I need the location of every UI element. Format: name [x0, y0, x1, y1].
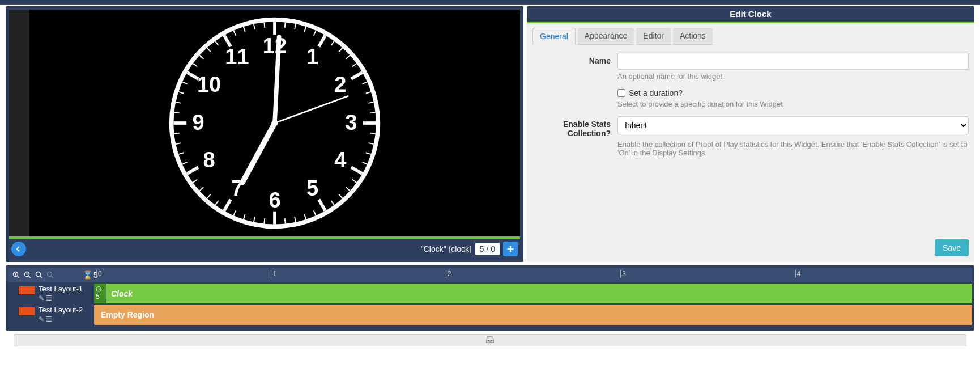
svg-text:3: 3 [345, 111, 357, 134]
duration-help: Select to provide a specific duration fo… [617, 100, 969, 108]
preview-toolbar: "Clock" (clock) 5 / 0 [9, 239, 520, 259]
timeline-segment-clock[interactable]: Clock [106, 284, 972, 303]
hourglass-icon: ⌛ [83, 270, 92, 280]
region-name: Test Layout-2 [39, 306, 92, 314]
svg-text:6: 6 [269, 188, 280, 212]
svg-text:1: 1 [306, 45, 318, 69]
svg-line-14 [285, 22, 286, 27]
preview-area: 12 1 2 3 4 5 6 7 8 9 10 11 [9, 10, 520, 236]
svg-point-87 [48, 272, 52, 277]
stats-help: Enable the collection of Proof of Play s… [617, 140, 969, 157]
tab-general[interactable]: General [532, 28, 576, 45]
back-button[interactable] [11, 242, 26, 256]
clock-preview: 12 1 2 3 4 5 6 7 8 9 10 11 [29, 10, 520, 236]
zoom-reset-button[interactable] [34, 270, 44, 280]
duration-checkbox[interactable] [617, 89, 625, 97]
tab-appearance[interactable]: Appearance [578, 28, 634, 45]
ruler-mark-3: 3 [622, 270, 626, 278]
svg-text:10: 10 [197, 73, 221, 96]
edit-tabs: General Appearance Editor Actions [532, 28, 969, 45]
zoom-out-icon [24, 271, 32, 279]
region-actions[interactable]: ✎ ☰ [39, 294, 92, 302]
zoom-out-button[interactable] [23, 270, 33, 280]
svg-text:11: 11 [225, 45, 249, 69]
timeline-duration: ⌛ 5 [83, 270, 98, 280]
arrow-left-icon [15, 246, 22, 252]
name-help: An optional name for this widget [617, 72, 969, 81]
clock-face-svg: 12 1 2 3 4 5 6 7 8 9 10 11 [167, 15, 382, 231]
tray-icon [486, 336, 494, 345]
timeline-header: ⌛ 5 0 1 2 3 4 [8, 268, 972, 282]
segment-label: Clock [111, 289, 133, 298]
zoom-dim-icon [46, 271, 54, 279]
list-icon[interactable]: ☰ [46, 294, 52, 302]
preview-strip [9, 10, 29, 236]
svg-line-38 [264, 218, 265, 223]
svg-text:5: 5 [306, 176, 318, 200]
edit-panel: Edit Clock General Appearance Editor Act… [527, 6, 974, 262]
svg-line-88 [52, 276, 54, 278]
zoom-in-button[interactable] [11, 270, 22, 280]
timeline-segment-badge[interactable]: ◷ 5 [94, 284, 106, 303]
svg-line-50 [174, 112, 179, 113]
stats-label: Enable Stats Collection? [532, 116, 617, 138]
svg-text:2: 2 [334, 73, 346, 96]
svg-line-83 [29, 276, 31, 278]
move-button[interactable] [503, 242, 518, 256]
region-actions[interactable]: ✎ ☰ [39, 315, 92, 323]
region-swatch [18, 307, 35, 316]
name-label: Name [532, 53, 617, 70]
region-name: Test Layout-1 [39, 285, 92, 293]
top-border [0, 0, 980, 5]
edit-title: Edit Clock [527, 6, 974, 22]
svg-line-86 [40, 276, 42, 278]
edit-icon[interactable]: ✎ [39, 315, 44, 323]
zoom-icon [35, 271, 43, 279]
list-icon[interactable]: ☰ [46, 315, 52, 323]
duration-checkbox-label: Set a duration? [629, 88, 683, 98]
ruler-mark-0: 0 [98, 270, 102, 278]
ruler-mark-4: 4 [797, 270, 801, 278]
timeline-panel: ⌛ 5 0 1 2 3 4 Test Layout-1 ✎ ☰ [6, 265, 974, 331]
timeline-row-2[interactable]: Test Layout-2 ✎ ☰ Empty Region [8, 305, 972, 325]
stats-select[interactable]: Inherit [617, 116, 969, 134]
svg-point-77 [271, 120, 278, 126]
region-swatch [18, 286, 35, 295]
timeline-ruler: 0 1 2 3 4 [96, 268, 970, 282]
clock-badge-icon: ◷ [96, 285, 104, 293]
segment-label: Empty Region [101, 310, 154, 319]
svg-text:4: 4 [334, 148, 346, 172]
svg-line-79 [18, 276, 20, 278]
svg-text:12: 12 [263, 34, 287, 58]
ruler-mark-2: 2 [448, 270, 451, 278]
svg-text:8: 8 [203, 148, 215, 172]
svg-line-49 [174, 133, 179, 134]
timeline-segment-empty[interactable]: Empty Region [94, 305, 972, 325]
edit-icon[interactable]: ✎ [39, 294, 44, 302]
timeline-row-1[interactable]: Test Layout-1 ✎ ☰ ◷ 5 Clock [8, 284, 972, 303]
preview-count: 5 / 0 [475, 243, 500, 255]
zoom-disabled-button [45, 270, 56, 280]
svg-line-61 [264, 22, 265, 27]
svg-line-25 [370, 112, 375, 113]
save-button[interactable]: Save [935, 239, 969, 256]
move-icon [506, 245, 514, 253]
name-input[interactable] [617, 53, 969, 70]
svg-point-85 [36, 272, 41, 277]
ruler-mark-1: 1 [272, 270, 276, 278]
bottom-tray[interactable] [14, 334, 966, 346]
preview-caption: "Clock" (clock) [421, 244, 472, 253]
svg-line-37 [285, 218, 286, 223]
tab-actions[interactable]: Actions [673, 28, 713, 45]
svg-text:9: 9 [193, 111, 204, 134]
tab-editor[interactable]: Editor [636, 28, 671, 45]
zoom-in-icon [12, 271, 20, 279]
segment-value: 5 [96, 293, 104, 301]
preview-panel: 12 1 2 3 4 5 6 7 8 9 10 11 [6, 6, 523, 262]
svg-line-26 [370, 133, 375, 134]
